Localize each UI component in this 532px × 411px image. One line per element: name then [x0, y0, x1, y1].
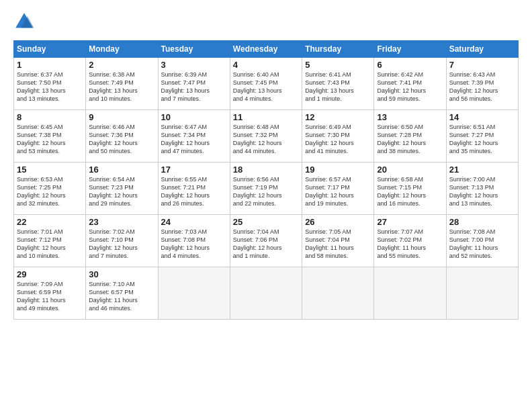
day-info: Sunrise: 7:08 AM Sunset: 7:00 PM Dayligh… — [449, 228, 515, 261]
calendar-cell: 23Sunrise: 7:02 AM Sunset: 7:10 PM Dayli… — [86, 215, 158, 267]
calendar-cell: 7Sunrise: 6:43 AM Sunset: 7:39 PM Daylig… — [446, 58, 518, 110]
day-info: Sunrise: 7:04 AM Sunset: 7:06 PM Dayligh… — [233, 228, 299, 261]
day-header-tuesday: Tuesday — [158, 41, 230, 58]
day-info: Sunrise: 6:56 AM Sunset: 7:19 PM Dayligh… — [233, 175, 299, 208]
day-info: Sunrise: 6:46 AM Sunset: 7:36 PM Dayligh… — [89, 123, 154, 156]
calendar-cell — [446, 267, 518, 320]
calendar-cell: 16Sunrise: 6:54 AM Sunset: 7:23 PM Dayli… — [86, 163, 158, 215]
calendar-cell: 30Sunrise: 7:10 AM Sunset: 6:57 PM Dayli… — [86, 267, 158, 320]
calendar-table: SundayMondayTuesdayWednesdayThursdayFrid… — [13, 40, 519, 320]
calendar-cell: 20Sunrise: 6:58 AM Sunset: 7:15 PM Dayli… — [374, 163, 446, 215]
week-row-2: 8Sunrise: 6:45 AM Sunset: 7:38 PM Daylig… — [14, 110, 519, 163]
day-info: Sunrise: 6:51 AM Sunset: 7:27 PM Dayligh… — [449, 123, 515, 156]
day-info: Sunrise: 7:03 AM Sunset: 7:08 PM Dayligh… — [161, 228, 227, 261]
day-number: 12 — [305, 112, 371, 122]
calendar-cell: 27Sunrise: 7:07 AM Sunset: 7:02 PM Dayli… — [374, 215, 446, 267]
day-info: Sunrise: 7:01 AM Sunset: 7:12 PM Dayligh… — [17, 228, 83, 261]
day-number: 13 — [377, 112, 443, 122]
day-info: Sunrise: 6:57 AM Sunset: 7:17 PM Dayligh… — [305, 175, 371, 208]
calendar-cell: 4Sunrise: 6:40 AM Sunset: 7:45 PM Daylig… — [230, 58, 302, 110]
day-info: Sunrise: 6:47 AM Sunset: 7:34 PM Dayligh… — [161, 123, 227, 156]
week-row-5: 29Sunrise: 7:09 AM Sunset: 6:59 PM Dayli… — [14, 267, 519, 320]
logo-icon — [13, 11, 35, 32]
day-number: 7 — [449, 60, 515, 70]
calendar-cell: 24Sunrise: 7:03 AM Sunset: 7:08 PM Dayli… — [158, 215, 230, 267]
day-info: Sunrise: 6:39 AM Sunset: 7:47 PM Dayligh… — [161, 71, 227, 103]
calendar-cell: 8Sunrise: 6:45 AM Sunset: 7:38 PM Daylig… — [14, 110, 86, 163]
logo — [13, 11, 38, 32]
calendar-cell: 17Sunrise: 6:55 AM Sunset: 7:21 PM Dayli… — [158, 163, 230, 215]
day-number: 19 — [305, 165, 371, 175]
day-number: 8 — [17, 112, 83, 122]
day-header-saturday: Saturday — [446, 41, 518, 58]
day-number: 22 — [17, 217, 83, 227]
day-info: Sunrise: 6:42 AM Sunset: 7:41 PM Dayligh… — [377, 71, 443, 103]
calendar-cell: 18Sunrise: 6:56 AM Sunset: 7:19 PM Dayli… — [230, 163, 302, 215]
week-row-3: 15Sunrise: 6:53 AM Sunset: 7:25 PM Dayli… — [14, 163, 519, 215]
day-header-friday: Friday — [374, 41, 446, 58]
day-number: 18 — [233, 165, 299, 175]
calendar-cell: 13Sunrise: 6:50 AM Sunset: 7:28 PM Dayli… — [374, 110, 446, 163]
calendar-cell: 6Sunrise: 6:42 AM Sunset: 7:41 PM Daylig… — [374, 58, 446, 110]
day-number: 16 — [89, 165, 154, 175]
day-number: 27 — [377, 217, 443, 227]
day-number: 21 — [449, 165, 515, 175]
calendar-cell: 14Sunrise: 6:51 AM Sunset: 7:27 PM Dayli… — [446, 110, 518, 163]
calendar-cell — [374, 267, 446, 320]
day-info: Sunrise: 6:40 AM Sunset: 7:45 PM Dayligh… — [233, 71, 299, 103]
day-info: Sunrise: 6:55 AM Sunset: 7:21 PM Dayligh… — [161, 175, 227, 208]
day-number: 23 — [89, 217, 154, 227]
week-row-1: 1Sunrise: 6:37 AM Sunset: 7:50 PM Daylig… — [14, 58, 519, 110]
day-header-sunday: Sunday — [14, 41, 86, 58]
day-info: Sunrise: 6:37 AM Sunset: 7:50 PM Dayligh… — [17, 71, 83, 103]
day-number: 26 — [305, 217, 371, 227]
day-number: 14 — [449, 112, 515, 122]
calendar-cell: 22Sunrise: 7:01 AM Sunset: 7:12 PM Dayli… — [14, 215, 86, 267]
week-row-4: 22Sunrise: 7:01 AM Sunset: 7:12 PM Dayli… — [14, 215, 519, 267]
day-number: 24 — [161, 217, 227, 227]
day-number: 25 — [233, 217, 299, 227]
day-number: 20 — [377, 165, 443, 175]
calendar-cell: 9Sunrise: 6:46 AM Sunset: 7:36 PM Daylig… — [86, 110, 158, 163]
day-info: Sunrise: 7:09 AM Sunset: 6:59 PM Dayligh… — [17, 280, 83, 313]
day-info: Sunrise: 6:43 AM Sunset: 7:39 PM Dayligh… — [449, 71, 515, 103]
day-number: 6 — [377, 60, 443, 70]
calendar-cell: 2Sunrise: 6:38 AM Sunset: 7:49 PM Daylig… — [86, 58, 158, 110]
day-info: Sunrise: 6:54 AM Sunset: 7:23 PM Dayligh… — [89, 175, 154, 208]
day-number: 29 — [17, 269, 83, 279]
day-number: 15 — [17, 165, 83, 175]
calendar-cell — [158, 267, 230, 320]
day-number: 17 — [161, 165, 227, 175]
day-number: 11 — [233, 112, 299, 122]
day-info: Sunrise: 7:05 AM Sunset: 7:04 PM Dayligh… — [305, 228, 371, 261]
day-number: 2 — [89, 60, 154, 70]
calendar-cell: 28Sunrise: 7:08 AM Sunset: 7:00 PM Dayli… — [446, 215, 518, 267]
day-info: Sunrise: 6:41 AM Sunset: 7:43 PM Dayligh… — [305, 71, 371, 103]
calendar-cell — [302, 267, 374, 320]
calendar-cell: 11Sunrise: 6:48 AM Sunset: 7:32 PM Dayli… — [230, 110, 302, 163]
day-header-thursday: Thursday — [302, 41, 374, 58]
day-info: Sunrise: 6:53 AM Sunset: 7:25 PM Dayligh… — [17, 175, 83, 208]
calendar-cell: 1Sunrise: 6:37 AM Sunset: 7:50 PM Daylig… — [14, 58, 86, 110]
day-info: Sunrise: 7:00 AM Sunset: 7:13 PM Dayligh… — [449, 175, 515, 208]
day-number: 5 — [305, 60, 371, 70]
header-row: SundayMondayTuesdayWednesdayThursdayFrid… — [14, 41, 519, 58]
day-info: Sunrise: 6:38 AM Sunset: 7:49 PM Dayligh… — [89, 71, 154, 103]
day-header-wednesday: Wednesday — [230, 41, 302, 58]
day-number: 3 — [161, 60, 227, 70]
calendar-cell: 5Sunrise: 6:41 AM Sunset: 7:43 PM Daylig… — [302, 58, 374, 110]
day-info: Sunrise: 6:58 AM Sunset: 7:15 PM Dayligh… — [377, 175, 443, 208]
day-header-monday: Monday — [86, 41, 158, 58]
day-number: 28 — [449, 217, 515, 227]
day-info: Sunrise: 7:07 AM Sunset: 7:02 PM Dayligh… — [377, 228, 443, 261]
calendar-cell: 25Sunrise: 7:04 AM Sunset: 7:06 PM Dayli… — [230, 215, 302, 267]
calendar-cell — [230, 267, 302, 320]
day-info: Sunrise: 6:48 AM Sunset: 7:32 PM Dayligh… — [233, 123, 299, 156]
day-info: Sunrise: 6:45 AM Sunset: 7:38 PM Dayligh… — [17, 123, 83, 156]
header — [13, 11, 519, 32]
day-number: 10 — [161, 112, 227, 122]
day-number: 9 — [89, 112, 154, 122]
calendar-cell: 26Sunrise: 7:05 AM Sunset: 7:04 PM Dayli… — [302, 215, 374, 267]
day-info: Sunrise: 7:10 AM Sunset: 6:57 PM Dayligh… — [89, 280, 154, 313]
day-number: 30 — [89, 269, 154, 279]
